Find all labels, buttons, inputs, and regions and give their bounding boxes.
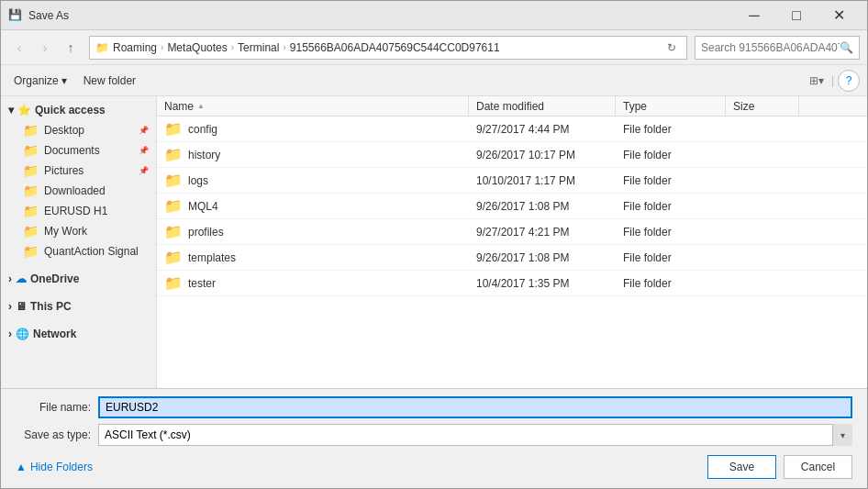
hide-folders-link[interactable]: ▲ Hide Folders (16, 461, 93, 473)
minimize-button[interactable]: ─ (733, 1, 775, 30)
new-folder-button[interactable]: New folder (80, 70, 139, 92)
table-row[interactable]: 📁 history 9/26/2017 10:17 PM File folder (157, 142, 867, 168)
pin-icon: 📌 (139, 126, 149, 135)
quick-access-icon: ⭐ (17, 104, 31, 117)
title-bar: 💾 Save As ─ □ ✕ (1, 1, 867, 30)
table-row[interactable]: 📁 MQL4 9/26/2017 1:08 PM File folder (157, 194, 867, 219)
cancel-button[interactable]: Cancel (784, 455, 852, 479)
maximize-button[interactable]: □ (775, 1, 818, 30)
organize-chevron-icon: ▾ (61, 74, 67, 87)
sidebar: ▾ ⭐ Quick access 📁 Desktop 📌 📁 Documents… (1, 96, 157, 388)
window-title: Save As (28, 9, 733, 22)
bottom-buttons: ▲ Hide Folders Save Cancel (16, 451, 852, 481)
organize-label: Organize (14, 74, 59, 87)
file-name-text: MQL4 (188, 200, 218, 213)
sidebar-item-mywork[interactable]: 📁 My Work (1, 221, 156, 241)
organize-button[interactable]: Organize ▾ (8, 70, 72, 92)
up-button[interactable]: ↑ (60, 37, 82, 59)
sidebar-quick-access[interactable]: ▾ ⭐ Quick access (1, 100, 156, 120)
onedrive-chevron-icon: › (8, 272, 12, 285)
file-type-cell: File folder (616, 271, 726, 295)
organize-toolbar: Organize ▾ New folder ⊞▾ | ? (1, 65, 867, 96)
file-type-cell: File folder (616, 245, 726, 270)
save-button[interactable]: Save (707, 455, 776, 479)
folder-icon: 📁 (164, 120, 183, 138)
file-name-cell: 📁 templates (157, 245, 469, 270)
forward-button[interactable]: › (34, 37, 56, 59)
window-icon: 💾 (8, 8, 23, 23)
pictures-icon: 📁 (23, 163, 39, 178)
crumb-metaquotes[interactable]: MetaQuotes (167, 41, 227, 54)
table-row[interactable]: 📁 templates 9/26/2017 1:08 PM File folde… (157, 245, 867, 271)
close-button[interactable]: ✕ (818, 1, 860, 30)
crumb-roaming[interactable]: Roaming (113, 41, 157, 54)
file-date-cell: 10/10/2017 1:17 PM (469, 168, 616, 193)
file-name-text: profiles (188, 226, 224, 239)
file-type-select[interactable]: ASCII Text (*.csv)CSV (*.csv)Text (*.txt… (98, 424, 852, 446)
file-type-cell: File folder (616, 117, 726, 141)
folder-icon: 📁 (164, 146, 183, 163)
view-controls: ⊞▾ | ? (806, 70, 860, 92)
file-name-label: File name: (16, 401, 98, 414)
sep3: › (283, 42, 285, 52)
sidebar-item-label: QuantAction Signal (44, 245, 139, 258)
crumb-id[interactable]: 915566BA06ADA407569C544CC0D97611 (290, 41, 500, 54)
file-name-row: File name: (16, 396, 852, 418)
view-button[interactable]: ⊞▾ (806, 70, 828, 92)
column-header-name[interactable]: Name ▲ (157, 96, 469, 116)
file-rows: 📁 config 9/27/2017 4:44 PM File folder 📁… (157, 117, 867, 296)
help-button[interactable]: ? (838, 70, 860, 92)
table-row[interactable]: 📁 profiles 9/27/2017 4:21 PM File folder (157, 219, 867, 245)
search-input[interactable] (701, 41, 840, 54)
table-row[interactable]: 📁 config 9/27/2017 4:44 PM File folder (157, 117, 867, 142)
eurusd-icon: 📁 (23, 204, 39, 218)
search-box[interactable]: 🔍 (695, 36, 860, 60)
sidebar-item-pictures[interactable]: 📁 Pictures 📌 (1, 161, 156, 181)
folder-icon: 📁 (164, 172, 183, 189)
column-header-date[interactable]: Date modified (469, 96, 616, 116)
sidebar-item-documents[interactable]: 📁 Documents 📌 (1, 140, 156, 161)
sidebar-item-label: Downloaded (44, 184, 106, 197)
file-size-cell (726, 219, 799, 244)
col-name-label: Name (164, 100, 194, 113)
network-icon: 🌐 (16, 328, 29, 340)
sidebar-item-label: This PC (30, 300, 72, 313)
sidebar-thispc[interactable]: › 🖥 This PC (1, 296, 156, 317)
column-header-size[interactable]: Size (726, 96, 799, 116)
file-name-text: history (188, 149, 220, 161)
sidebar-item-label: EURUSD H1 (44, 205, 107, 217)
crumb-terminal[interactable]: Terminal (238, 41, 279, 54)
sidebar-network[interactable]: › 🌐 Network (1, 324, 156, 344)
refresh-button[interactable]: ↻ (662, 39, 681, 57)
file-type-cell: File folder (616, 142, 726, 167)
file-date-cell: 10/4/2017 1:35 PM (469, 271, 616, 295)
sidebar-item-desktop[interactable]: 📁 Desktop 📌 (1, 120, 156, 140)
sidebar-item-downloaded[interactable]: 📁 Downloaded (1, 181, 156, 201)
bottom-panel: File name: Save as type: ASCII Text (*.c… (1, 388, 867, 488)
file-size-cell (726, 245, 799, 270)
col-size-label: Size (733, 100, 754, 113)
thispc-icon: 🖥 (16, 300, 27, 313)
file-name-cell: 📁 logs (157, 168, 469, 193)
sidebar-item-label: Documents (44, 144, 100, 157)
column-header-type[interactable]: Type (616, 96, 726, 116)
back-button[interactable]: ‹ (8, 37, 30, 59)
pin-icon: 📌 (139, 166, 149, 175)
folder-icon: 📁 (164, 223, 183, 240)
sidebar-item-label: Network (33, 328, 76, 340)
sidebar-onedrive[interactable]: › ☁ OneDrive (1, 269, 156, 289)
table-row[interactable]: 📁 tester 10/4/2017 1:35 PM File folder (157, 271, 867, 296)
window-controls: ─ □ ✕ (733, 1, 860, 30)
file-date-cell: 9/26/2017 1:08 PM (469, 245, 616, 270)
file-size-cell (726, 168, 799, 193)
file-name-input[interactable] (98, 396, 852, 418)
sidebar-item-eurusd[interactable]: 📁 EURUSD H1 (1, 201, 156, 221)
table-row[interactable]: 📁 logs 10/10/2017 1:17 PM File folder (157, 168, 867, 194)
folder-icon: 📁 (164, 274, 183, 292)
col-date-label: Date modified (476, 100, 544, 113)
address-bar[interactable]: 📁 Roaming › MetaQuotes › Terminal › 9155… (89, 36, 687, 60)
quick-access-label: Quick access (35, 104, 106, 117)
sidebar-item-quantaction[interactable]: 📁 QuantAction Signal (1, 241, 156, 261)
quantaction-icon: 📁 (23, 244, 39, 259)
save-button-wrapper: Save (707, 455, 776, 479)
